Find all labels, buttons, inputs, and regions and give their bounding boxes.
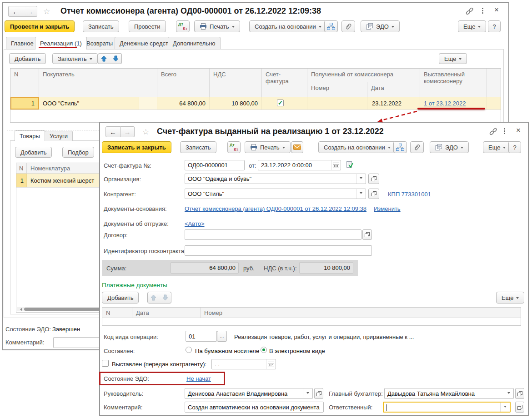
radio-electronic-label[interactable]: В электронном виде — [269, 348, 325, 354]
radio-paper[interactable] — [186, 347, 192, 353]
row-cell-number[interactable] — [307, 97, 367, 109]
more-button[interactable]: Еще — [483, 141, 511, 153]
col-vat[interactable]: НДС — [210, 69, 262, 97]
tab-main[interactable]: Главное — [6, 37, 39, 49]
col-received[interactable]: Полученный от комиссионера — [307, 69, 420, 82]
create-on-basis-button[interactable]: Создать на основании — [318, 141, 396, 153]
help-button[interactable]: ? — [508, 141, 521, 153]
radio-electronic[interactable] — [261, 347, 267, 353]
payment-up-button[interactable] — [147, 292, 160, 304]
col-n[interactable]: N — [10, 69, 39, 97]
shipment-link[interactable]: <Авто> — [185, 220, 205, 227]
forward-icon[interactable]: → — [23, 6, 37, 17]
help-button[interactable]: ? — [488, 20, 501, 32]
issued-invoice-link[interactable]: 1 от 23.12.2022 — [424, 100, 466, 107]
combo-dropdown-icon[interactable] — [500, 403, 510, 412]
save-close-button[interactable]: Записать и закрыть — [102, 141, 171, 153]
responsible-open-button[interactable] — [515, 402, 524, 413]
grid-fill-button[interactable]: Заполнить — [52, 53, 98, 64]
star-icon[interactable]: ☆ — [43, 7, 50, 16]
issued-label[interactable]: Выставлен (передан контрагенту): — [112, 361, 206, 368]
more-button[interactable]: Еще — [458, 20, 486, 32]
edo-button[interactable]: ЭДО — [430, 141, 469, 153]
tab-returns[interactable]: Возвраты — [81, 37, 118, 49]
print-button[interactable]: Печать — [245, 141, 291, 153]
issued-date-field[interactable]: . . — [211, 359, 276, 369]
responsible-field[interactable] — [383, 402, 511, 413]
basis-link[interactable]: Отчет комиссионера (агента) ОД00-000001 … — [185, 205, 366, 212]
save-button[interactable]: Записать — [180, 141, 216, 153]
scroll-left-icon[interactable] — [18, 308, 22, 311]
post-button[interactable]: Провести — [129, 20, 166, 32]
create-on-basis-button[interactable]: Создать на основании — [249, 20, 327, 32]
post-close-button[interactable]: Провести и закрыть — [5, 20, 75, 32]
invoice-checkbox[interactable] — [277, 100, 284, 106]
send-email-button[interactable] — [291, 141, 303, 153]
combo-dropdown-icon[interactable] — [504, 388, 513, 398]
goods-pick-button[interactable]: Подбор — [62, 147, 94, 158]
doc-check-icon[interactable] — [346, 161, 354, 169]
tab-additional[interactable]: Дополнительно — [168, 37, 221, 49]
issued-checkbox[interactable] — [102, 360, 109, 367]
organization-open-button[interactable] — [368, 174, 379, 184]
row-cell-buyer[interactable]: ООО "Стиль" — [39, 97, 139, 109]
goods-row-n[interactable]: 1 — [16, 174, 27, 187]
payment-col-number[interactable]: Номер — [201, 308, 521, 318]
col-issued[interactable]: Выставленный комиссионеру — [420, 69, 487, 97]
payment-down-button[interactable] — [159, 292, 171, 304]
contractor-open-button[interactable] — [368, 189, 379, 199]
invoice-number-field[interactable]: ОД00-0000001 — [185, 160, 245, 170]
edo-button[interactable]: ЭДО — [361, 20, 400, 32]
col-received-date[interactable]: Дата — [367, 82, 420, 97]
grid-add-button[interactable]: Добавить — [9, 53, 46, 64]
col-total[interactable]: Всего — [157, 69, 210, 97]
save-button[interactable]: Записать — [83, 20, 119, 32]
payment-col-n[interactable]: N — [102, 308, 132, 318]
manager-open-button[interactable] — [314, 388, 323, 399]
move-down-button[interactable] — [110, 53, 122, 64]
tab-goods[interactable]: Товары — [15, 130, 45, 141]
row-cell-invoice[interactable] — [262, 97, 307, 109]
combo-dropdown-icon[interactable] — [356, 189, 366, 199]
goods-add-button[interactable]: Добавить — [15, 147, 52, 158]
link-icon[interactable] — [489, 128, 498, 136]
contract-open-button[interactable] — [362, 229, 372, 240]
structure-button[interactable] — [324, 20, 338, 32]
change-link[interactable]: Изменить — [374, 205, 401, 212]
contractor-field[interactable]: ООО "Стиль" — [185, 189, 366, 199]
row-cell-total[interactable]: 64 800,00 — [157, 97, 210, 109]
invoice-date-field[interactable]: 23.12.2022 0:00:00 — [258, 160, 341, 170]
attach-button[interactable] — [341, 20, 355, 32]
manager-field[interactable]: Денисова Анастасия Владимировна — [185, 388, 313, 399]
close-icon[interactable]: × — [494, 5, 499, 15]
col-buyer[interactable]: Покупатель — [39, 69, 157, 97]
more-menu-icon[interactable] — [504, 128, 505, 135]
organization-field[interactable]: ООО "Одежда и обувь" — [185, 174, 366, 184]
row-cell-date[interactable]: 23.12.2022 — [367, 97, 420, 109]
combo-dropdown-icon[interactable] — [356, 174, 366, 184]
close-icon[interactable]: × — [516, 126, 521, 135]
more-menu-icon[interactable] — [482, 8, 483, 15]
back-icon[interactable]: ← — [105, 126, 120, 137]
payment-add-button[interactable]: Добавить — [102, 292, 139, 304]
dtkt-button[interactable]: Дт Кт — [176, 20, 190, 32]
op-code-field[interactable]: 01 — [186, 331, 217, 342]
goods-col-n[interactable]: N — [16, 163, 27, 174]
row-cell-n[interactable]: 1 — [10, 97, 39, 109]
row-cell-sub[interactable] — [139, 97, 157, 109]
accountant-open-button[interactable] — [515, 388, 524, 399]
comment-field[interactable]: Создан автоматически на основании докуме… — [185, 402, 324, 413]
kpp-link[interactable]: КПП 773301001 — [388, 191, 431, 198]
structure-button[interactable] — [393, 141, 407, 153]
col-received-number[interactable]: Номер — [307, 82, 367, 97]
op-code-select-button[interactable]: ... — [217, 331, 227, 342]
contract-field[interactable] — [185, 229, 361, 240]
link-icon[interactable] — [465, 7, 474, 15]
radio-paper-label[interactable]: На бумажном носителе — [195, 348, 259, 354]
print-button[interactable]: Печать — [194, 20, 240, 32]
star-icon[interactable]: ☆ — [142, 127, 149, 137]
gov-contract-field[interactable] — [185, 245, 372, 256]
dtkt-button[interactable]: Дт Кт — [227, 141, 241, 153]
calendar-button[interactable] — [331, 160, 341, 170]
combo-dropdown-icon[interactable] — [303, 388, 312, 398]
